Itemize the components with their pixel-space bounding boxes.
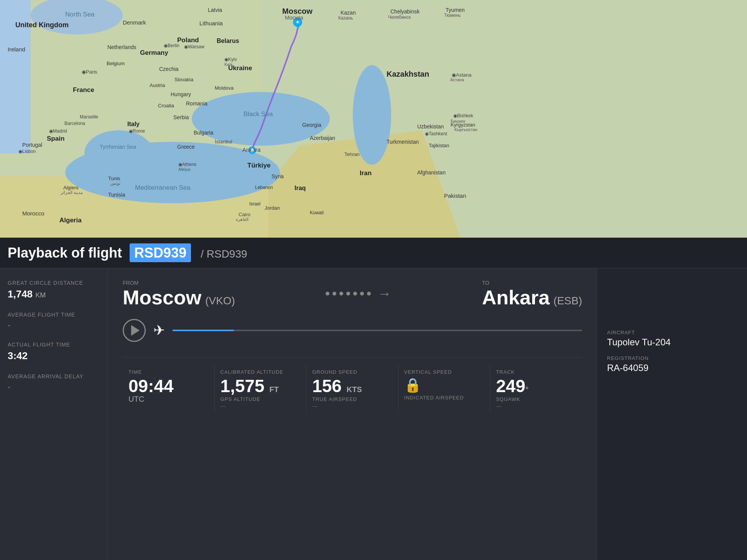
aircraft-value: Tupolev Tu-204 bbox=[607, 337, 737, 348]
squawk-value: — bbox=[496, 403, 576, 409]
from-city-row: Moscow (VKO) bbox=[123, 287, 235, 307]
dot2 bbox=[332, 292, 336, 296]
distance-label: GREAT CIRCLE DISTANCE bbox=[8, 280, 99, 286]
avg-flight-value: - bbox=[8, 320, 99, 330]
track-cell: TRACK 249° SQUAWK — bbox=[490, 365, 582, 413]
squawk-label: SQUAWK bbox=[496, 396, 576, 402]
arrow-icon: → bbox=[378, 286, 392, 302]
time-value: 09:44 bbox=[128, 377, 209, 395]
track-value: 249° bbox=[496, 377, 576, 395]
playback-label: Playback of flight bbox=[8, 245, 122, 261]
plane-icon: ✈ bbox=[153, 322, 165, 338]
flight-title-label: Playback of flight RSD939 / RSD939 bbox=[8, 245, 247, 261]
gps-alt-label: GPS ALTITUDE bbox=[220, 396, 301, 402]
indicated-airspeed-label: INDICATED AIRSPEED bbox=[404, 395, 484, 401]
map-area: ✦ United Kingdom Ireland North Sea Denma… bbox=[0, 0, 747, 238]
dot5 bbox=[353, 292, 357, 296]
route-arrow: → bbox=[243, 286, 474, 302]
ground-speed-label: GROUND SPEED bbox=[312, 369, 392, 375]
route-to: TO Ankara (ESB) bbox=[482, 280, 582, 307]
svg-point-13 bbox=[250, 148, 254, 152]
from-city: Moscow bbox=[123, 287, 201, 307]
registration-value: RA-64059 bbox=[607, 363, 737, 373]
registration-info-group: REGISTRATION RA-64059 bbox=[607, 355, 737, 373]
vertical-speed-label: VERTICAL SPEED bbox=[404, 369, 484, 375]
time-label: TIME bbox=[128, 369, 209, 375]
playback-row: ✈ bbox=[123, 319, 582, 342]
avg-arrival-stat: AVERAGE ARRIVAL DELAY - bbox=[8, 373, 99, 392]
dot7 bbox=[367, 292, 371, 296]
lock-icon: 🔒 bbox=[404, 377, 484, 393]
from-code: (VKO) bbox=[205, 295, 235, 307]
to-code: (ESB) bbox=[553, 295, 582, 307]
distance-stat: GREAT CIRCLE DISTANCE 1,748 KM bbox=[8, 280, 99, 300]
cal-alt-value: 1,575 FT bbox=[220, 377, 301, 395]
dot3 bbox=[339, 292, 343, 296]
svg-rect-9 bbox=[0, 0, 31, 153]
main-content: GREAT CIRCLE DISTANCE 1,748 KM AVERAGE F… bbox=[0, 268, 747, 560]
svg-point-4 bbox=[192, 92, 330, 146]
route-from: FROM Moscow (VKO) bbox=[123, 280, 235, 307]
avg-arrival-value: - bbox=[8, 382, 99, 392]
play-button[interactable] bbox=[123, 319, 146, 342]
true-airspeed-value: — bbox=[312, 403, 392, 409]
track-label: TRACK bbox=[496, 369, 576, 375]
right-panel: AIRCRAFT Tupolev Tu-204 REGISTRATION RA-… bbox=[597, 268, 747, 560]
flight-id-sub: / RSD939 bbox=[201, 248, 247, 260]
to-city: Ankara bbox=[482, 287, 550, 307]
to-label: TO bbox=[482, 280, 582, 286]
route-row: FROM Moscow (VKO) → bbox=[123, 280, 582, 307]
progress-bar[interactable] bbox=[173, 330, 582, 331]
actual-flight-stat: ACTUAL FLIGHT TIME 3:42 bbox=[8, 342, 99, 362]
map-svg: ✦ bbox=[0, 0, 747, 238]
progress-fill bbox=[173, 330, 234, 331]
registration-label: REGISTRATION bbox=[607, 355, 737, 361]
cal-alt-label: CALIBRATED ALTITUDE bbox=[220, 369, 301, 375]
photo-spacer bbox=[607, 276, 737, 330]
vertical-speed-cell: VERTICAL SPEED 🔒 INDICATED AIRSPEED bbox=[398, 365, 490, 413]
flight-data-grid: TIME 09:44 UTC CALIBRATED ALTITUDE 1,575… bbox=[123, 357, 582, 413]
distance-value: 1,748 KM bbox=[8, 288, 99, 300]
aircraft-info-group: AIRCRAFT Tupolev Tu-204 bbox=[607, 330, 737, 348]
cal-alt-cell: CALIBRATED ALTITUDE 1,575 FT GPS ALTITUD… bbox=[215, 365, 307, 413]
time-cell: TIME 09:44 UTC bbox=[123, 365, 215, 413]
dot6 bbox=[360, 292, 364, 296]
flight-id-highlight: RSD939 bbox=[130, 243, 191, 262]
actual-flight-label: ACTUAL FLIGHT TIME bbox=[8, 342, 99, 348]
info-panel: Playback of flight RSD939 / RSD939 GREAT… bbox=[0, 238, 747, 560]
avg-flight-label: AVERAGE FLIGHT TIME bbox=[8, 312, 99, 318]
time-unit: UTC bbox=[128, 395, 209, 404]
left-stats: GREAT CIRCLE DISTANCE 1,748 KM AVERAGE F… bbox=[0, 268, 107, 560]
svg-text:✦: ✦ bbox=[295, 19, 300, 25]
ground-speed-cell: GROUND SPEED 156 KTS TRUE AIRSPEED — bbox=[306, 365, 398, 413]
to-city-row: Ankara (ESB) bbox=[482, 287, 582, 307]
aircraft-label: AIRCRAFT bbox=[607, 330, 737, 335]
ground-speed-value: 156 KTS bbox=[312, 377, 392, 395]
svg-point-7 bbox=[84, 130, 153, 176]
avg-flight-stat: AVERAGE FLIGHT TIME - bbox=[8, 312, 99, 330]
actual-flight-value: 3:42 bbox=[8, 350, 99, 362]
avg-arrival-label: AVERAGE ARRIVAL DELAY bbox=[8, 373, 99, 379]
gps-alt-value: — bbox=[220, 403, 301, 409]
play-icon bbox=[131, 325, 140, 336]
dot4 bbox=[346, 292, 350, 296]
from-label: FROM bbox=[123, 280, 235, 286]
svg-point-5 bbox=[353, 65, 391, 165]
true-airspeed-label: TRUE AIRSPEED bbox=[312, 396, 392, 402]
dot1 bbox=[326, 292, 329, 296]
center-info: FROM Moscow (VKO) → bbox=[107, 268, 597, 560]
flight-header: Playback of flight RSD939 / RSD939 bbox=[0, 238, 747, 268]
